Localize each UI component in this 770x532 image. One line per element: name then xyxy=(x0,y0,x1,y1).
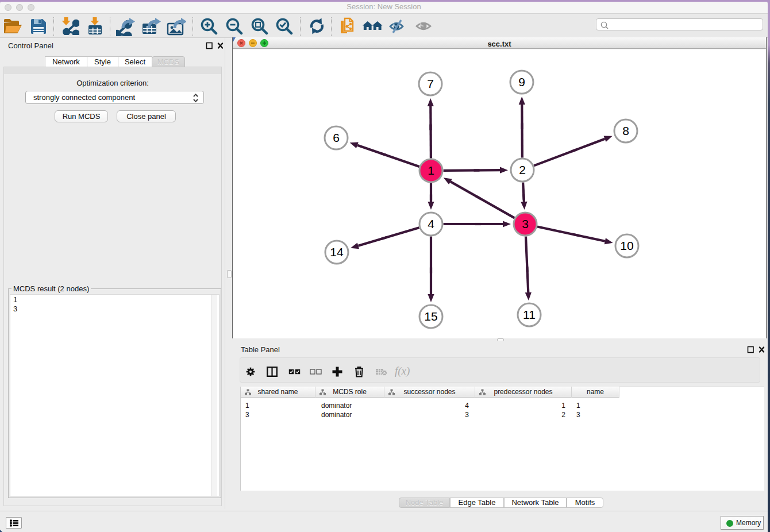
svg-text:6: 6 xyxy=(333,131,340,144)
svg-text:7: 7 xyxy=(427,77,434,90)
svg-text:15: 15 xyxy=(424,310,437,323)
svg-text:1: 1 xyxy=(428,164,434,177)
svg-text:14: 14 xyxy=(330,245,344,259)
svg-text:4: 4 xyxy=(428,217,434,230)
svg-text:11: 11 xyxy=(523,308,536,321)
svg-text:8: 8 xyxy=(622,124,629,137)
svg-text:10: 10 xyxy=(620,239,633,252)
svg-text:3: 3 xyxy=(522,217,529,230)
svg-text:2: 2 xyxy=(519,163,526,176)
svg-text:9: 9 xyxy=(518,75,525,88)
